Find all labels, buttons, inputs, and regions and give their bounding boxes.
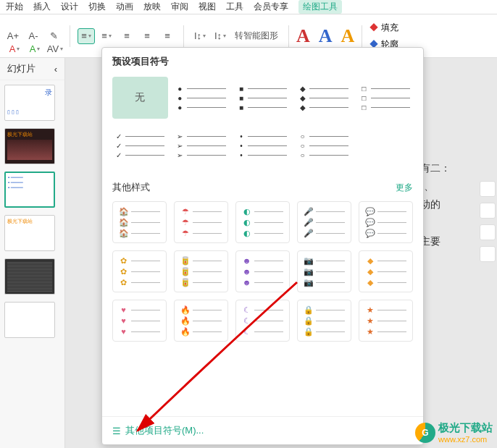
line-spacing-button[interactable]: ≡ <box>159 28 176 44</box>
tab-drawing-tools[interactable]: 绘图工具 <box>298 0 342 14</box>
numbering-button[interactable]: ≡ <box>98 28 115 44</box>
other-style-12[interactable]: ☾☾☾ <box>235 300 290 342</box>
wordart-style-2[interactable]: A <box>319 25 333 47</box>
bullets-button[interactable]: ≡ <box>78 28 95 44</box>
list-icon: ☰ <box>112 426 121 436</box>
wordart-style-3[interactable]: A <box>341 25 355 47</box>
slide-thumb-5[interactable] <box>4 258 55 295</box>
other-style-13[interactable]: 🔒🔒🔒 <box>297 300 351 342</box>
side-tool-1[interactable] <box>480 181 496 197</box>
other-style-4[interactable]: 💬💬💬 <box>359 201 413 243</box>
slide-thumb-2[interactable]: 极光下载站 <box>4 128 55 164</box>
other-style-3[interactable]: 🎤🎤🎤 <box>297 201 351 243</box>
tab-animation[interactable]: 动画 <box>116 1 133 13</box>
other-style-6[interactable]: 🥫🥫🥫 <box>174 250 228 292</box>
text-fill-button[interactable]: ◆ 填充 <box>369 22 398 34</box>
bullet-dot[interactable]: ••• <box>235 124 291 166</box>
side-tool-4[interactable] <box>480 246 496 262</box>
tab-design[interactable]: 设计 <box>61 1 78 13</box>
bullets-dropdown: 预设项目符号 无 ●●● ■■■ ◆◆◆ □□□ ✓✓✓ ➢➢➢ ••• ○○○… <box>101 47 424 445</box>
bullet-square[interactable]: ■■■ <box>235 77 291 119</box>
tab-transition[interactable]: 切换 <box>88 1 106 13</box>
text-direction-button[interactable]: I↕ <box>191 28 209 44</box>
slide-panel-title: 幻灯片 <box>7 62 36 75</box>
highlight-button[interactable]: A <box>26 41 43 56</box>
tab-insert[interactable]: 插入 <box>33 1 51 13</box>
watermark-logo-icon: G <box>415 423 435 443</box>
bullet-diamond[interactable]: ◆◆◆ <box>296 77 352 119</box>
tab-tools[interactable]: 工具 <box>226 1 243 13</box>
wordart-style-1[interactable]: A <box>296 25 310 47</box>
other-style-5[interactable]: ✿✿✿ <box>112 250 167 292</box>
other-style-10[interactable]: ♥♥♥ <box>112 300 167 342</box>
side-tool-3[interactable] <box>480 224 496 240</box>
more-styles-link[interactable]: 更多 <box>396 182 413 194</box>
slide-thumb-3[interactable]: ▪ ════▪ ════▪ ════ <box>4 172 55 208</box>
increase-indent-button[interactable]: ≡ <box>138 28 156 44</box>
other-style-1[interactable]: ☂☂☂ <box>174 201 228 243</box>
slide-thumb-4[interactable]: 极光下载站 <box>4 215 55 251</box>
bullet-circle[interactable]: ○○○ <box>296 124 352 166</box>
tab-member[interactable]: 会员专享 <box>254 1 288 13</box>
other-style-2[interactable]: ◐◐◐ <box>235 201 290 243</box>
other-bullets-menu-item[interactable]: ☰ 其他项目符号(M)... <box>102 416 423 444</box>
char-spacing-button[interactable]: AV <box>46 41 64 56</box>
tab-slideshow[interactable]: 放映 <box>143 1 161 13</box>
preset-bullets-heading: 预设项目符号 <box>102 48 423 72</box>
other-style-11[interactable]: 🔥🔥🔥 <box>174 300 228 342</box>
bullet-disc[interactable]: ●●● <box>174 77 230 119</box>
font-color-button[interactable]: A <box>6 41 23 56</box>
smart-graphic-button[interactable]: 转智能图形 <box>232 28 281 44</box>
decrease-indent-button[interactable]: ≡ <box>118 28 135 44</box>
tab-start[interactable]: 开始 <box>6 1 23 13</box>
other-styles-heading: 其他样式 <box>112 181 150 194</box>
watermark: G 极光下载站 www.xz7.com <box>415 421 493 444</box>
other-style-14[interactable]: ★★★ <box>359 300 413 342</box>
bullet-hollow-square[interactable]: □□□ <box>357 77 413 119</box>
slide-thumb-1[interactable]: 录▯ ▯ ▯ <box>4 85 55 121</box>
bullet-check[interactable]: ✓✓✓ <box>112 124 168 166</box>
other-style-0[interactable]: 🏠🏠🏠 <box>112 201 167 243</box>
menu-tabs: 开始 插入 设计 切换 动画 放映 审阅 视图 工具 会员专享 绘图工具 <box>0 0 497 14</box>
align-button[interactable]: I↕ <box>212 28 229 44</box>
bullet-arrow[interactable]: ➢➢➢ <box>174 124 230 166</box>
other-style-9[interactable]: ◆◆◆ <box>359 250 413 292</box>
bullet-none[interactable]: 无 <box>112 77 168 119</box>
other-style-7[interactable]: ☻☻☻ <box>235 250 290 292</box>
tab-view[interactable]: 视图 <box>199 1 216 13</box>
collapse-panel-button[interactable]: ‹ <box>54 64 57 75</box>
other-style-8[interactable]: 📷📷📷 <box>297 250 351 292</box>
tab-review[interactable]: 审阅 <box>171 1 188 13</box>
slide-panel: 幻灯片 ‹ 录▯ ▯ ▯ 极光下载站 ▪ ════▪ ════▪ ════ 极光… <box>0 58 65 448</box>
slide-thumb-6[interactable] <box>4 302 55 338</box>
bullet-empty[interactable] <box>357 124 413 166</box>
side-tool-2[interactable] <box>480 203 496 219</box>
